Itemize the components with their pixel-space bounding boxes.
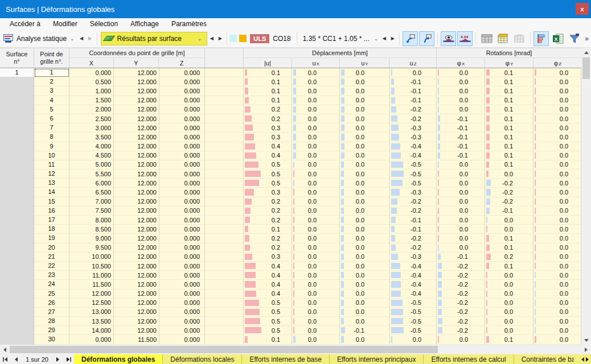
value-cell[interactable]: 0.0 (340, 86, 390, 96)
value-cell[interactable]: 0.0 (533, 326, 581, 335)
grid-point-cell[interactable]: 5 (34, 105, 69, 114)
coordinate-cell[interactable]: 11.500 (114, 335, 159, 344)
value-cell[interactable]: 0.0 (292, 151, 340, 160)
first-table-button[interactable] (3, 357, 7, 362)
grid-point-cell[interactable]: 4 (34, 96, 69, 105)
value-cell[interactable]: 0.0 (340, 169, 390, 179)
value-cell[interactable]: 0.3 (244, 188, 292, 197)
grid-point-cell[interactable]: 3 (34, 86, 69, 96)
surface-number-cell[interactable] (0, 123, 34, 133)
surface-number-cell[interactable] (0, 326, 34, 335)
value-cell[interactable]: 0.0 (533, 77, 581, 86)
value-cell[interactable]: 0.0 (533, 179, 581, 188)
grid-point-cell[interactable]: 15 (34, 197, 69, 206)
value-cell[interactable]: 0.0 (533, 151, 581, 160)
value-cell[interactable]: 0.0 (437, 77, 485, 86)
coordinate-cell[interactable]: 0.000 (159, 179, 205, 188)
tab-efforts-internes-principaux[interactable]: Efforts internes principaux (330, 354, 424, 364)
value-cell[interactable]: 0.0 (437, 169, 485, 179)
value-cell[interactable]: 0.0 (485, 216, 533, 225)
coordinate-cell[interactable]: 12.000 (114, 68, 159, 77)
value-cell[interactable]: -0.3 (390, 253, 437, 262)
close-button[interactable]: x (576, 3, 589, 15)
grid-point-cell[interactable]: 28 (34, 317, 69, 326)
coordinate-cell[interactable]: 0.000 (159, 262, 205, 271)
value-cell[interactable]: 0.0 (340, 280, 390, 289)
value-cell[interactable]: 0.0 (292, 133, 340, 142)
value-cell[interactable]: 0.1 (485, 96, 533, 105)
value-cell[interactable]: 0.0 (533, 96, 581, 105)
surface-number-cell[interactable] (0, 308, 34, 317)
value-cell[interactable]: -0.4 (390, 151, 437, 160)
value-cell[interactable]: -0.5 (390, 317, 437, 326)
coordinate-cell[interactable]: 0.000 (159, 160, 205, 169)
value-cell[interactable]: 0.0 (292, 280, 340, 289)
coordinate-cell[interactable]: 10.500 (69, 262, 114, 271)
surface-number-cell[interactable] (0, 133, 34, 142)
value-cell[interactable]: -0.2 (437, 289, 485, 299)
value-cell[interactable]: 0.1 (244, 68, 292, 77)
coordinate-cell[interactable]: 0.000 (159, 188, 205, 197)
table-edit-button[interactable] (495, 31, 511, 46)
combination-prev-button[interactable]: ◀ (380, 34, 388, 44)
coordinate-cell[interactable]: 12.000 (114, 77, 159, 86)
coordinate-cell[interactable]: 4.000 (69, 142, 114, 151)
chevron-down-icon[interactable]: ⌄ (70, 36, 75, 42)
grid-point-cell[interactable]: 22 (34, 262, 69, 271)
value-cell[interactable]: 0.0 (340, 151, 390, 160)
value-cell[interactable]: 0.0 (485, 289, 533, 299)
coordinate-cell[interactable]: 7.500 (69, 206, 114, 216)
coordinate-cell[interactable]: 12.000 (114, 326, 159, 335)
tab-scroll-left-button[interactable] (581, 357, 584, 362)
value-cell[interactable]: 0.0 (292, 179, 340, 188)
coordinate-cell[interactable]: 12.000 (114, 299, 159, 308)
coordinate-cell[interactable]: 8.500 (69, 225, 114, 234)
coordinate-cell[interactable]: 6.000 (69, 179, 114, 188)
coordinate-cell[interactable]: 0.000 (159, 86, 205, 96)
value-cell[interactable]: 0.1 (485, 262, 533, 271)
value-cell[interactable]: -0.1 (390, 225, 437, 234)
coordinate-cell[interactable]: 7.000 (69, 197, 114, 206)
value-cell[interactable]: 0.0 (340, 206, 390, 216)
surface-number-cell[interactable] (0, 160, 34, 169)
value-cell[interactable]: -0.2 (437, 271, 485, 280)
scroll-right-button[interactable] (581, 345, 591, 354)
coordinate-cell[interactable]: 0.000 (159, 96, 205, 105)
value-cell[interactable]: 0.0 (485, 169, 533, 179)
coordinate-cell[interactable]: 10.000 (69, 253, 114, 262)
value-cell[interactable]: 0.0 (437, 68, 485, 77)
column-header[interactable]: Z (159, 58, 204, 68)
value-cell[interactable]: 0.0 (533, 206, 581, 216)
value-cell[interactable]: 0.0 (390, 68, 437, 77)
coordinate-cell[interactable]: 0.000 (159, 225, 205, 234)
value-cell[interactable]: -0.2 (485, 197, 533, 206)
coordinate-cell[interactable]: 1.000 (69, 86, 114, 96)
analysis-next-button[interactable]: ▶ (86, 34, 95, 44)
grid-point-cell[interactable]: 13 (34, 179, 69, 188)
value-cell[interactable]: 0.5 (244, 160, 292, 169)
surface-number-cell[interactable] (0, 188, 34, 197)
value-cell[interactable]: 0.0 (340, 299, 390, 308)
coordinate-cell[interactable]: 0.000 (159, 280, 205, 289)
result-diagrams-button[interactable] (533, 31, 549, 46)
value-cell[interactable]: 0.0 (292, 68, 340, 77)
grid-point-cell[interactable]: 18 (34, 225, 69, 234)
coordinate-cell[interactable]: 12.000 (114, 133, 159, 142)
column-header[interactable]: X (69, 58, 114, 68)
value-cell[interactable]: 0.2 (244, 197, 292, 206)
value-cell[interactable]: 0.0 (292, 335, 340, 344)
column-header[interactable]: φX (437, 58, 485, 68)
value-cell[interactable]: 0.0 (292, 308, 340, 317)
excel-export-button[interactable]: X (550, 31, 565, 46)
value-cell[interactable]: -0.2 (390, 114, 437, 123)
value-cell[interactable]: -0.2 (390, 234, 437, 243)
value-cell[interactable]: 0.0 (340, 77, 390, 86)
show-results-button[interactable] (441, 31, 456, 46)
value-cell[interactable]: 0.0 (292, 262, 340, 271)
vertical-scrollbar[interactable] (581, 48, 591, 345)
value-cell[interactable]: 0.0 (340, 188, 390, 197)
value-cell[interactable]: 0.0 (533, 262, 581, 271)
value-cell[interactable]: -0.2 (390, 243, 437, 253)
value-cell[interactable]: 0.4 (244, 271, 292, 280)
value-cell[interactable]: 0.3 (244, 123, 292, 133)
